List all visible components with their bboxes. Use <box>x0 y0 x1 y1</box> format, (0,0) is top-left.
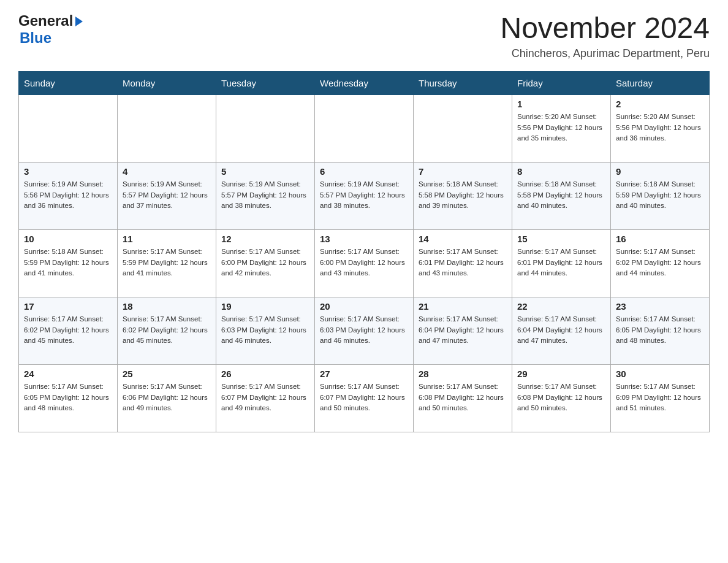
calendar-cell: 1Sunrise: 5:20 AM Sunset: 5:56 PM Daylig… <box>512 94 611 162</box>
day-info: Sunrise: 5:17 AM Sunset: 6:05 PM Dayligh… <box>24 381 112 414</box>
calendar-cell <box>216 94 315 162</box>
col-header-friday: Friday <box>512 71 611 94</box>
calendar-cell <box>19 94 118 162</box>
day-info: Sunrise: 5:17 AM Sunset: 6:07 PM Dayligh… <box>221 381 309 414</box>
logo-blue-text: Blue <box>20 29 51 46</box>
calendar-cell: 3Sunrise: 5:19 AM Sunset: 5:56 PM Daylig… <box>19 162 118 229</box>
calendar-cell: 4Sunrise: 5:19 AM Sunset: 5:57 PM Daylig… <box>118 162 216 229</box>
day-info: Sunrise: 5:20 AM Sunset: 5:56 PM Dayligh… <box>616 112 704 144</box>
day-number: 15 <box>517 234 605 244</box>
day-info: Sunrise: 5:17 AM Sunset: 6:04 PM Dayligh… <box>419 314 507 347</box>
day-number: 13 <box>320 234 408 244</box>
day-info: Sunrise: 5:17 AM Sunset: 6:07 PM Dayligh… <box>320 381 408 414</box>
page-header: General Blue November 2024 Chincheros, A… <box>18 12 710 60</box>
calendar-cell: 8Sunrise: 5:18 AM Sunset: 5:58 PM Daylig… <box>512 162 611 229</box>
day-number: 20 <box>320 301 408 312</box>
logo-arrow-icon <box>74 15 84 26</box>
calendar-cell <box>414 94 512 162</box>
col-header-tuesday: Tuesday <box>216 71 315 94</box>
calendar-cell: 28Sunrise: 5:17 AM Sunset: 6:08 PM Dayli… <box>414 364 512 432</box>
day-number: 14 <box>419 234 507 244</box>
calendar-cell: 19Sunrise: 5:17 AM Sunset: 6:03 PM Dayli… <box>216 297 315 364</box>
calendar-cell: 2Sunrise: 5:20 AM Sunset: 5:56 PM Daylig… <box>611 94 710 162</box>
day-number: 16 <box>616 234 704 244</box>
day-info: Sunrise: 5:17 AM Sunset: 6:03 PM Dayligh… <box>221 314 309 347</box>
day-number: 6 <box>320 166 408 177</box>
logo: General Blue <box>18 12 85 47</box>
calendar-cell: 25Sunrise: 5:17 AM Sunset: 6:06 PM Dayli… <box>118 364 216 432</box>
location-subtitle: Chincheros, Apurimac Department, Peru <box>500 47 710 60</box>
day-info: Sunrise: 5:18 AM Sunset: 5:58 PM Dayligh… <box>419 179 507 212</box>
day-number: 26 <box>221 369 309 379</box>
day-number: 8 <box>517 166 605 177</box>
svg-marker-0 <box>75 17 83 26</box>
calendar-cell: 12Sunrise: 5:17 AM Sunset: 6:00 PM Dayli… <box>216 229 315 297</box>
calendar-cell: 13Sunrise: 5:17 AM Sunset: 6:00 PM Dayli… <box>315 229 414 297</box>
calendar-cell: 9Sunrise: 5:18 AM Sunset: 5:59 PM Daylig… <box>611 162 710 229</box>
day-number: 11 <box>123 234 211 244</box>
calendar-cell: 22Sunrise: 5:17 AM Sunset: 6:04 PM Dayli… <box>512 297 611 364</box>
col-header-sunday: Sunday <box>19 71 118 94</box>
day-info: Sunrise: 5:17 AM Sunset: 6:01 PM Dayligh… <box>517 247 605 279</box>
day-info: Sunrise: 5:19 AM Sunset: 5:57 PM Dayligh… <box>320 179 408 212</box>
day-number: 19 <box>221 301 309 312</box>
calendar-week-row: 24Sunrise: 5:17 AM Sunset: 6:05 PM Dayli… <box>19 364 710 432</box>
day-number: 1 <box>517 99 605 109</box>
day-number: 22 <box>517 301 605 312</box>
day-number: 3 <box>24 166 112 177</box>
col-header-wednesday: Wednesday <box>315 71 414 94</box>
calendar-cell: 6Sunrise: 5:19 AM Sunset: 5:57 PM Daylig… <box>315 162 414 229</box>
day-number: 23 <box>616 301 704 312</box>
calendar-cell: 5Sunrise: 5:19 AM Sunset: 5:57 PM Daylig… <box>216 162 315 229</box>
calendar-cell: 30Sunrise: 5:17 AM Sunset: 6:09 PM Dayli… <box>611 364 710 432</box>
calendar-cell: 15Sunrise: 5:17 AM Sunset: 6:01 PM Dayli… <box>512 229 611 297</box>
day-number: 12 <box>221 234 309 244</box>
calendar-cell <box>315 94 414 162</box>
calendar-cell: 23Sunrise: 5:17 AM Sunset: 6:05 PM Dayli… <box>611 297 710 364</box>
day-info: Sunrise: 5:17 AM Sunset: 6:02 PM Dayligh… <box>24 314 112 347</box>
col-header-monday: Monday <box>118 71 216 94</box>
day-info: Sunrise: 5:17 AM Sunset: 6:02 PM Dayligh… <box>616 247 704 279</box>
calendar-cell: 24Sunrise: 5:17 AM Sunset: 6:05 PM Dayli… <box>19 364 118 432</box>
calendar-week-row: 1Sunrise: 5:20 AM Sunset: 5:56 PM Daylig… <box>19 94 710 162</box>
day-number: 29 <box>517 369 605 379</box>
day-info: Sunrise: 5:17 AM Sunset: 6:03 PM Dayligh… <box>320 314 408 347</box>
day-number: 17 <box>24 301 112 312</box>
calendar-cell: 26Sunrise: 5:17 AM Sunset: 6:07 PM Dayli… <box>216 364 315 432</box>
calendar-cell: 14Sunrise: 5:17 AM Sunset: 6:01 PM Dayli… <box>414 229 512 297</box>
day-number: 24 <box>24 369 112 379</box>
day-info: Sunrise: 5:20 AM Sunset: 5:56 PM Dayligh… <box>517 112 605 144</box>
day-info: Sunrise: 5:19 AM Sunset: 5:57 PM Dayligh… <box>221 179 309 212</box>
calendar-header-row: SundayMondayTuesdayWednesdayThursdayFrid… <box>19 71 710 94</box>
day-info: Sunrise: 5:17 AM Sunset: 6:08 PM Dayligh… <box>517 381 605 414</box>
day-number: 21 <box>419 301 507 312</box>
day-info: Sunrise: 5:18 AM Sunset: 5:59 PM Dayligh… <box>24 247 112 279</box>
calendar-week-row: 17Sunrise: 5:17 AM Sunset: 6:02 PM Dayli… <box>19 297 710 364</box>
calendar-cell: 27Sunrise: 5:17 AM Sunset: 6:07 PM Dayli… <box>315 364 414 432</box>
calendar-week-row: 3Sunrise: 5:19 AM Sunset: 5:56 PM Daylig… <box>19 162 710 229</box>
calendar-cell: 17Sunrise: 5:17 AM Sunset: 6:02 PM Dayli… <box>19 297 118 364</box>
day-info: Sunrise: 5:18 AM Sunset: 5:59 PM Dayligh… <box>616 179 704 212</box>
day-number: 18 <box>123 301 211 312</box>
day-number: 7 <box>419 166 507 177</box>
day-info: Sunrise: 5:17 AM Sunset: 6:06 PM Dayligh… <box>123 381 211 414</box>
day-info: Sunrise: 5:17 AM Sunset: 6:04 PM Dayligh… <box>517 314 605 347</box>
calendar-cell: 11Sunrise: 5:17 AM Sunset: 5:59 PM Dayli… <box>118 229 216 297</box>
calendar-cell: 18Sunrise: 5:17 AM Sunset: 6:02 PM Dayli… <box>118 297 216 364</box>
calendar-cell: 21Sunrise: 5:17 AM Sunset: 6:04 PM Dayli… <box>414 297 512 364</box>
day-info: Sunrise: 5:17 AM Sunset: 6:08 PM Dayligh… <box>419 381 507 414</box>
calendar-cell <box>118 94 216 162</box>
day-number: 5 <box>221 166 309 177</box>
calendar-table: SundayMondayTuesdayWednesdayThursdayFrid… <box>18 71 710 432</box>
day-info: Sunrise: 5:17 AM Sunset: 6:05 PM Dayligh… <box>616 314 704 347</box>
day-number: 30 <box>616 369 704 379</box>
day-number: 2 <box>616 99 704 109</box>
calendar-cell: 20Sunrise: 5:17 AM Sunset: 6:03 PM Dayli… <box>315 297 414 364</box>
day-info: Sunrise: 5:17 AM Sunset: 6:00 PM Dayligh… <box>320 247 408 279</box>
day-info: Sunrise: 5:17 AM Sunset: 6:02 PM Dayligh… <box>123 314 211 347</box>
logo-general-text: General <box>18 12 73 29</box>
day-number: 9 <box>616 166 704 177</box>
title-block: November 2024 Chincheros, Apurimac Depar… <box>500 12 710 60</box>
calendar-cell: 16Sunrise: 5:17 AM Sunset: 6:02 PM Dayli… <box>611 229 710 297</box>
day-number: 28 <box>419 369 507 379</box>
